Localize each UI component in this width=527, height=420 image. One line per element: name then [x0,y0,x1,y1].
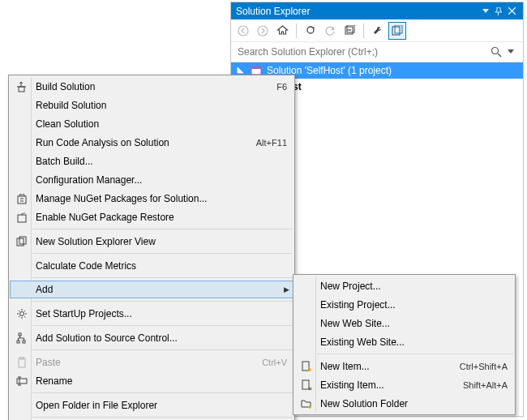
svg-rect-4 [347,25,354,32]
context-menu: Build Solution F6 Rebuild Solution Clean… [8,75,295,420]
svg-rect-15 [17,238,24,246]
new-folder-icon [298,397,315,410]
svg-rect-21 [19,358,25,367]
svg-rect-19 [23,341,25,343]
expand-icon[interactable] [236,66,246,75]
svg-point-7 [492,48,499,54]
menu-calculate-code-metrics[interactable]: Calculate Code Metrics [10,256,293,275]
menu-open-in-explorer[interactable]: Open Folder in File Explorer [10,396,293,414]
gear-icon [13,307,31,320]
menu-manage-nuget[interactable]: Manage NuGet Packages for Solution... [10,189,293,208]
menu-configuration-manager[interactable]: Configuration Manager... [10,170,293,189]
submenu-existing-web-site[interactable]: Existing Web Site... [294,332,514,351]
svg-rect-14 [18,215,26,222]
svg-rect-20 [17,341,19,343]
menu-rename[interactable]: Rename [10,371,293,390]
nuget-icon [13,192,31,205]
submenu-new-item[interactable]: New Item... Ctrl+Shift+A [294,357,514,375]
menu-add-to-source-control[interactable]: Add Solution to Source Control... [10,328,293,347]
svg-rect-25 [302,380,309,389]
panel-titlebar: Solution Explorer [231,2,523,19]
menu-batch-build[interactable]: Batch Build... [10,152,293,170]
submenu-new-project[interactable]: New Project... [294,276,514,295]
menu-run-code-analysis[interactable]: Run Code Analysis on Solution Alt+F11 [10,133,293,152]
menu-enable-nuget-restore[interactable]: Enable NuGet Package Restore [10,208,293,226]
properties-icon[interactable] [369,22,387,40]
submenu-new-solution-folder[interactable]: New Solution Folder [294,394,514,413]
svg-point-0 [238,26,248,36]
back-icon[interactable] [234,22,252,40]
home-icon[interactable] [273,22,291,40]
add-submenu: New Project... Existing Project... New W… [293,274,516,415]
search-input[interactable] [236,45,489,58]
preview-icon[interactable] [388,22,406,40]
search-icon[interactable] [489,46,503,58]
menu-add[interactable]: Add ▶ [10,281,293,298]
submenu-arrow-icon: ▶ [280,285,293,294]
existing-item-icon [298,379,315,392]
menu-set-startup[interactable]: Set StartUp Projects... [10,304,293,323]
submenu-existing-item[interactable]: Existing Item... Shift+Alt+A [294,375,514,394]
dropdown-icon[interactable] [479,5,492,18]
source-control-icon [13,332,31,345]
svg-rect-12 [19,87,24,92]
svg-point-1 [258,26,268,36]
svg-point-2 [307,27,314,33]
collapse-all-icon[interactable] [341,22,358,40]
submenu-existing-project[interactable]: Existing Project... [294,295,514,314]
menu-rebuild-solution[interactable]: Rebuild Solution [10,96,293,114]
new-item-icon [298,360,315,373]
refresh-icon[interactable] [321,22,339,40]
svg-rect-18 [19,333,21,336]
svg-point-17 [20,311,24,315]
paste-icon [13,356,31,369]
search-dropdown-icon[interactable] [503,49,518,55]
panel-title-text: Solution Explorer [236,6,310,17]
svg-rect-24 [302,362,309,371]
submenu-new-web-site[interactable]: New Web Site... [294,314,514,332]
forward-icon[interactable] [254,22,272,40]
svg-rect-16 [19,237,26,244]
search-bar[interactable] [231,42,523,62]
svg-rect-9 [251,66,261,69]
menu-new-solution-explorer-view[interactable]: New Solution Explorer View [10,232,293,251]
build-icon [13,80,31,93]
panel-toolbar [231,19,523,42]
pin-icon[interactable] [492,5,505,18]
svg-rect-13 [18,196,26,204]
nuget-restore-icon [13,211,31,224]
svg-rect-23 [17,379,27,384]
new-view-icon [13,235,31,248]
menu-clean-solution[interactable]: Clean Solution [10,114,293,133]
close-icon[interactable] [505,5,518,18]
rename-icon [13,375,31,388]
sync-icon[interactable] [302,22,319,40]
menu-paste: Paste Ctrl+V [10,353,293,371]
menu-build-solution[interactable]: Build Solution F6 [10,77,293,96]
